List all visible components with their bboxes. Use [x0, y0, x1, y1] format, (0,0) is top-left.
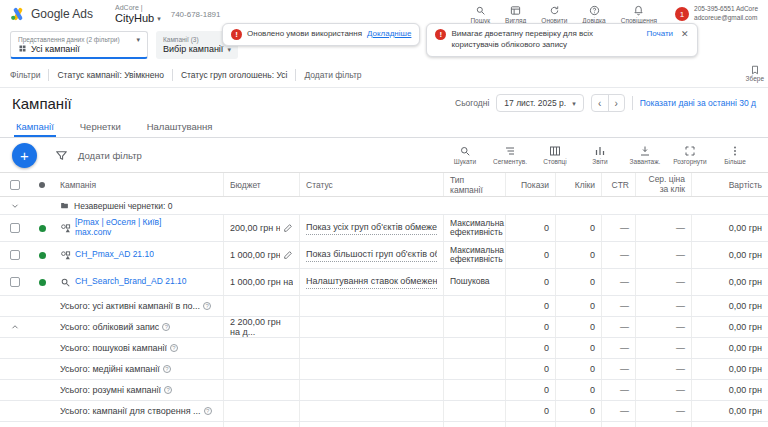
col-clicks[interactable]: Кліки [556, 173, 602, 196]
tab-drafts[interactable]: Чернетки [78, 118, 123, 137]
filter-chip-campaign-status[interactable]: Статус кампанії: Увімкнено [57, 70, 163, 80]
tab-campaigns[interactable]: Кампанії [14, 118, 56, 137]
col-impressions[interactable]: Покази [506, 173, 556, 196]
tool-search[interactable]: Шукати [444, 145, 486, 165]
user-info[interactable]: 1 205-395-6551 AdCore adcoreue@gmail.com [675, 5, 758, 23]
topbar-action-bell[interactable]: Сповіщення [621, 5, 657, 24]
col-ctr[interactable]: CTR [602, 173, 636, 196]
toast-details-link[interactable]: Докладніше [367, 29, 411, 40]
google-ads-logo[interactable]: Google Ads [10, 7, 93, 21]
enabled-status-dot[interactable] [39, 279, 46, 286]
select-all-checkbox[interactable] [10, 180, 20, 190]
col-budget[interactable]: Бюджет [224, 173, 300, 196]
toolbar-add-filter[interactable]: Додати фільтр [78, 150, 142, 161]
status-cell[interactable]: Налаштування ставок обмежено [300, 269, 444, 295]
status-cell[interactable]: Показ усіх груп об'єктів обмежено правил… [300, 215, 444, 241]
topbar-action-search[interactable]: Пошук [470, 5, 490, 24]
tool-reports[interactable]: Звіти [579, 145, 621, 165]
bookmark-icon [750, 65, 760, 75]
ctr-cell: — [602, 359, 636, 379]
date-next-button[interactable]: › [608, 95, 624, 111]
type-cell [444, 380, 506, 400]
clicks-cell: 0 [556, 269, 602, 295]
row-checkbox[interactable] [10, 277, 20, 287]
date-prev-button[interactable]: ‹ [592, 95, 608, 111]
tool-more[interactable]: Більше [714, 145, 756, 165]
total-label-cell: Усього: медійні кампанії? [54, 359, 224, 379]
total-expand-cell[interactable] [0, 317, 30, 337]
pmax-campaign-icon [60, 223, 71, 234]
checkbox-cell[interactable] [0, 242, 30, 268]
drafts-row[interactable]: Незавершені чернетки: 0 [0, 197, 768, 215]
tool-download[interactable]: Завантаж. [624, 145, 666, 165]
budget-cell[interactable]: 1 000,00 грн на ... [224, 269, 300, 295]
campaign-row[interactable]: CH_Search_Brand_AD 21.10 1 000,00 грн на… [0, 269, 768, 296]
tab-settings[interactable]: Налаштування [145, 118, 215, 137]
col-cost[interactable]: Вартість [692, 173, 768, 196]
checkbox-cell[interactable] [0, 215, 30, 241]
col-cpc[interactable]: Сер. ціна за клік [636, 173, 692, 196]
col-status[interactable]: Статус [300, 173, 444, 196]
topbar-action-help[interactable]: Довідка [582, 5, 605, 24]
help-circle-icon[interactable]: ? [162, 323, 170, 331]
account-switcher[interactable]: AdCore | CityHub ▾ [115, 4, 161, 25]
tool-columns[interactable]: Стовпці [534, 145, 576, 165]
status-cell [300, 380, 444, 400]
folder-icon [60, 201, 69, 210]
col-type[interactable]: Тип кампанії [444, 173, 506, 196]
checkbox-cell[interactable] [0, 269, 30, 295]
table-toolbar: + Додати фільтр ШукатиСегментув.СтовпціЗ… [0, 138, 768, 172]
campaign-name-link[interactable]: CH_Search_Brand_AD 21.10 [75, 277, 187, 287]
funnel-icon[interactable] [55, 149, 68, 162]
status-dot-cell[interactable] [30, 242, 54, 268]
enabled-status-dot[interactable] [39, 225, 46, 232]
help-circle-icon[interactable]: ? [163, 365, 171, 373]
campaign-cell[interactable]: CH_Search_Brand_AD 21.10 [54, 269, 224, 295]
status-cell[interactable]: Показ більшості груп об'єктів обмежено п… [300, 242, 444, 268]
new-campaign-button[interactable]: + [12, 143, 37, 168]
filter-chip-adgroup-status[interactable]: Статус груп оголошень: Усі [181, 70, 288, 80]
add-filter-link[interactable]: Додати фільтр [304, 70, 361, 80]
help-circle-icon[interactable]: ? [164, 386, 172, 394]
tool-segment[interactable]: Сегментув. [489, 145, 531, 165]
campaign-cell[interactable]: CH_Pmax_AD 21.10 [54, 242, 224, 268]
row-checkbox[interactable] [10, 250, 20, 260]
campaign-cell[interactable]: [Pmax | еОселя | Київ] max.conv [54, 215, 224, 241]
close-icon[interactable]: ✕ [681, 29, 689, 40]
data-view-selector[interactable]: Представлення даних (2 фільтри) ▾ Усі ка… [10, 31, 148, 59]
date-picker[interactable]: 17 лист. 2025 р. ▾ [496, 94, 583, 112]
row-checkbox[interactable] [10, 223, 20, 233]
status-dot-cell[interactable] [30, 269, 54, 295]
col-campaign[interactable]: Кампанія [54, 173, 224, 196]
save-filter-button[interactable]: Збере [746, 65, 764, 82]
drafts-expand-toggle[interactable] [0, 197, 30, 214]
topbar-action-view[interactable]: Вигляд [505, 5, 526, 24]
data-view-value: Усі кампанії [31, 44, 80, 54]
enabled-status-dot[interactable] [39, 252, 46, 259]
campaign-name-link[interactable]: [Pmax | еОселя | Київ] max.conv [75, 218, 197, 238]
tool-expand[interactable]: Розгорнути [669, 145, 711, 165]
type-cell: Максимальна ефективність [444, 215, 506, 241]
help-circle-icon[interactable]: ? [203, 302, 211, 310]
status-dot-cell[interactable] [30, 215, 54, 241]
impressions-cell: 0 [506, 401, 556, 421]
status-text[interactable]: Показ усіх груп об'єктів обмежено правил… [306, 221, 437, 235]
cost-cell: 0,00 грн [692, 359, 768, 379]
status-text[interactable]: Показ більшості груп об'єктів обмежено п… [306, 248, 437, 262]
budget-cell[interactable]: 1 000,00 грн на ... [224, 242, 300, 268]
budget-cell [224, 401, 300, 421]
cpc-cell: — [636, 338, 692, 358]
col-checkbox[interactable] [0, 173, 30, 196]
reports-icon [594, 145, 606, 157]
topbar-action-refresh[interactable]: Оновити [541, 5, 567, 24]
status-text[interactable]: Налаштування ставок обмежено [306, 275, 437, 289]
toast-text: Вимагає двоетапну перевірку для всіх кор… [451, 29, 641, 51]
budget-cell[interactable]: 200,00 грн на де... [224, 215, 300, 241]
campaign-row[interactable]: CH_Pmax_AD 21.10 1 000,00 грн на ... Пок… [0, 242, 768, 269]
show-last-30-days-link[interactable]: Показати дані за останні 30 д [640, 98, 756, 108]
toast-start-link[interactable]: Почати [646, 29, 673, 40]
campaign-name-link[interactable]: CH_Pmax_AD 21.10 [75, 250, 154, 260]
help-circle-icon[interactable]: ? [204, 407, 212, 415]
campaign-row[interactable]: [Pmax | еОселя | Київ] max.conv 200,00 г… [0, 215, 768, 242]
help-circle-icon[interactable]: ? [170, 344, 178, 352]
